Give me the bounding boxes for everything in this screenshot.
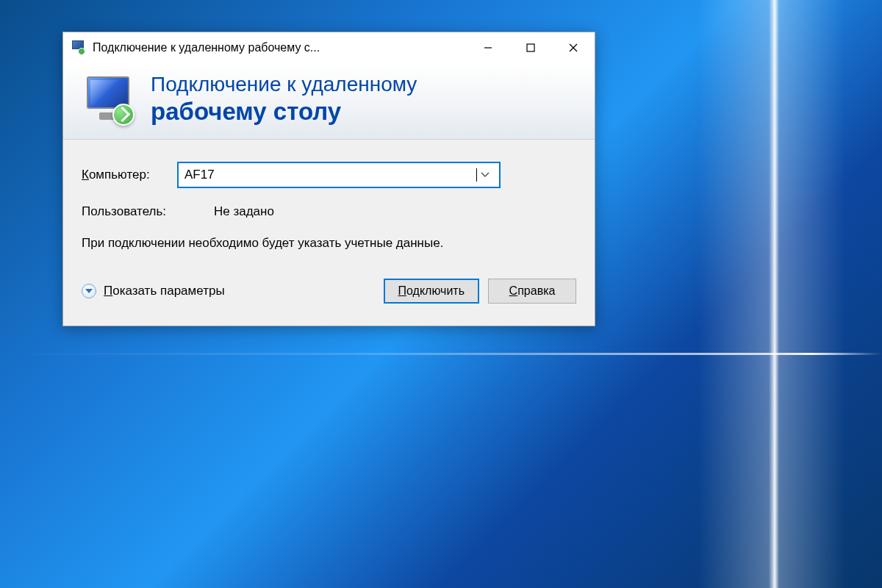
header-title-line2: рабочему столу: [151, 97, 417, 126]
close-button[interactable]: [552, 32, 595, 63]
titlebar[interactable]: Подключение к удаленному рабочему с...: [63, 32, 595, 63]
maximize-icon: [526, 43, 536, 53]
chevron-down-icon: [481, 172, 490, 178]
rdp-dialog: Подключение к удаленному рабочему с... П…: [62, 32, 595, 326]
window-controls: [467, 32, 595, 63]
window-title: Подключение к удаленному рабочему с...: [93, 41, 467, 54]
maximize-button[interactable]: [509, 32, 552, 63]
header-title-line1: Подключение к удаленному: [151, 72, 417, 97]
chevron-down-icon: [85, 289, 93, 293]
desktop-light-vertical: [698, 0, 845, 588]
action-buttons: Подключить Справка: [384, 279, 576, 304]
desktop-light-horizontal: [0, 353, 882, 355]
expand-circle-icon: [82, 284, 96, 298]
show-options-button[interactable]: Показать параметры: [82, 284, 384, 298]
header-title-group: Подключение к удаленному рабочему столу: [151, 72, 417, 126]
minimize-button[interactable]: [467, 32, 509, 63]
help-button[interactable]: Справка: [488, 279, 576, 304]
minimize-icon: [483, 43, 493, 53]
computer-row: Компьютер:: [82, 162, 576, 188]
dialog-body: Компьютер: Пользователь: Не задано При п…: [63, 140, 595, 326]
computer-input[interactable]: [184, 163, 476, 187]
credentials-info: При подключении необходимо будет указать…: [82, 234, 576, 253]
connect-button[interactable]: Подключить: [384, 279, 479, 304]
rdp-header-icon: [82, 73, 135, 126]
close-icon: [568, 43, 578, 53]
combo-dropdown-button[interactable]: [477, 170, 493, 180]
rdp-titlebar-icon: [71, 40, 85, 55]
computer-combobox[interactable]: [177, 162, 501, 188]
dialog-header: Подключение к удаленному рабочему столу: [63, 63, 595, 140]
user-label: Пользователь:: [82, 204, 214, 219]
computer-label: Компьютер:: [82, 168, 177, 182]
dialog-footer: Показать параметры Подключить Справка: [82, 279, 576, 315]
show-options-label: Показать параметры: [104, 284, 225, 298]
svg-rect-1: [527, 44, 534, 51]
user-row: Пользователь: Не задано: [82, 204, 576, 219]
user-value: Не задано: [214, 204, 274, 219]
